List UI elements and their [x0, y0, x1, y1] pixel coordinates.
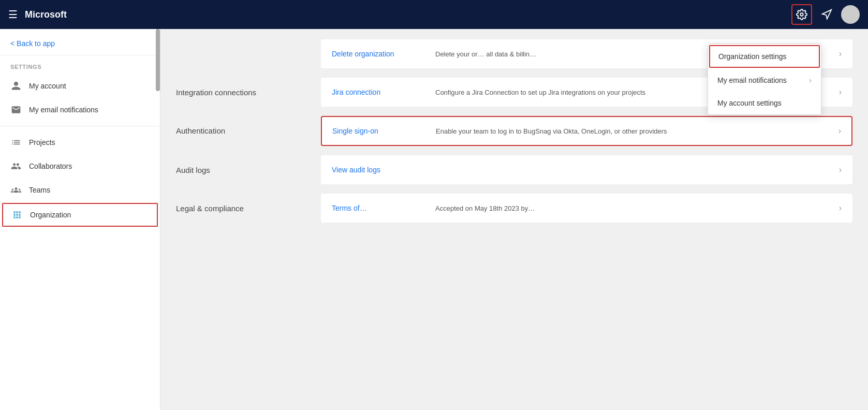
- topnav-icons: [791, 4, 860, 25]
- single-sign-on-card[interactable]: Single sign-on Enable your team to log i…: [321, 116, 852, 146]
- person-icon: [10, 80, 22, 92]
- sidebar-item-projects-label: Projects: [29, 138, 55, 147]
- authentication-section-label: Authentication: [176, 116, 321, 147]
- app-title: Microsoft: [25, 9, 791, 20]
- settings-dropdown: Organization settings My email notificat…: [708, 43, 821, 115]
- scrollbar-thumb: [156, 29, 160, 91]
- sidebar-item-organization[interactable]: Organization: [2, 203, 158, 227]
- sidebar-item-collaborators[interactable]: Collaborators: [0, 154, 160, 178]
- sidebar-item-collaborators-label: Collaborators: [29, 162, 72, 170]
- sso-desc: Enable your team to log in to BugSnag vi…: [436, 127, 832, 135]
- grid-icon: [11, 209, 23, 221]
- megaphone-button[interactable]: [816, 4, 837, 25]
- hamburger-icon[interactable]: ☰: [8, 8, 18, 21]
- back-to-app-link[interactable]: < Back to app: [0, 29, 160, 55]
- legal-cards: Terms of… Accepted on May 18th 2023 by… …: [321, 194, 852, 224]
- authentication-cards: Single sign-on Enable your team to log i…: [321, 116, 852, 147]
- delete-org-chevron: ›: [839, 49, 842, 58]
- terms-desc: Accepted on May 18th 2023 by…: [435, 204, 833, 212]
- terms-link[interactable]: Terms of…: [332, 204, 435, 212]
- group-icon: [10, 184, 22, 196]
- audit-logs-section-label: Audit logs: [176, 155, 321, 185]
- sidebar-item-teams[interactable]: Teams: [0, 178, 160, 202]
- integration-section-label: Integration connections: [176, 78, 321, 108]
- sidebar-item-email-label: My email notifications: [29, 106, 98, 114]
- audit-chevron: ›: [839, 165, 842, 174]
- sidebar-item-organization-label: Organization: [30, 211, 71, 219]
- sidebar-item-my-account[interactable]: My account: [0, 74, 160, 98]
- people-icon: [10, 160, 22, 172]
- audit-logs-cards: View audit logs ›: [321, 155, 852, 185]
- list-icon: [10, 137, 22, 148]
- jira-chevron: ›: [839, 87, 842, 97]
- delete-org-section-label: [176, 39, 321, 69]
- sidebar-item-teams-label: Teams: [29, 186, 50, 194]
- view-audit-logs-card[interactable]: View audit logs ›: [321, 155, 852, 184]
- sidebar-divider: [0, 126, 160, 126]
- user-avatar[interactable]: [841, 5, 860, 24]
- sso-chevron: ›: [838, 126, 841, 136]
- jira-connection-link[interactable]: Jira connection: [332, 88, 435, 96]
- legal-section-label: Legal & compliance: [176, 194, 321, 224]
- email-icon: [10, 104, 22, 115]
- view-audit-logs-link[interactable]: View audit logs: [332, 166, 435, 174]
- svg-point-0: [800, 13, 803, 16]
- sidebar-item-projects[interactable]: Projects: [0, 130, 160, 154]
- audit-logs-section: Audit logs View audit logs ›: [176, 155, 852, 185]
- sso-link[interactable]: Single sign-on: [332, 127, 436, 135]
- delete-org-link[interactable]: Delete organization: [332, 50, 435, 58]
- sidebar: < Back to app SETTINGS My account My ema…: [0, 29, 160, 410]
- legal-section: Legal & compliance Terms of… Accepted on…: [176, 194, 852, 224]
- authentication-section: Authentication Single sign-on Enable you…: [176, 116, 852, 147]
- terms-card[interactable]: Terms of… Accepted on May 18th 2023 by… …: [321, 194, 852, 223]
- sidebar-item-my-account-label: My account: [29, 82, 66, 90]
- chevron-right-icon: ›: [809, 76, 812, 84]
- settings-section-label: SETTINGS: [0, 55, 160, 74]
- terms-chevron: ›: [839, 203, 842, 213]
- dropdown-account-settings[interactable]: My account settings: [708, 92, 821, 114]
- sidebar-item-email-notifications[interactable]: My email notifications: [0, 98, 160, 122]
- dropdown-email-notifications[interactable]: My email notifications ›: [708, 69, 821, 92]
- dropdown-org-settings[interactable]: Organization settings: [709, 45, 820, 68]
- gear-button[interactable]: [791, 4, 812, 25]
- top-navigation: ☰ Microsoft: [0, 0, 868, 29]
